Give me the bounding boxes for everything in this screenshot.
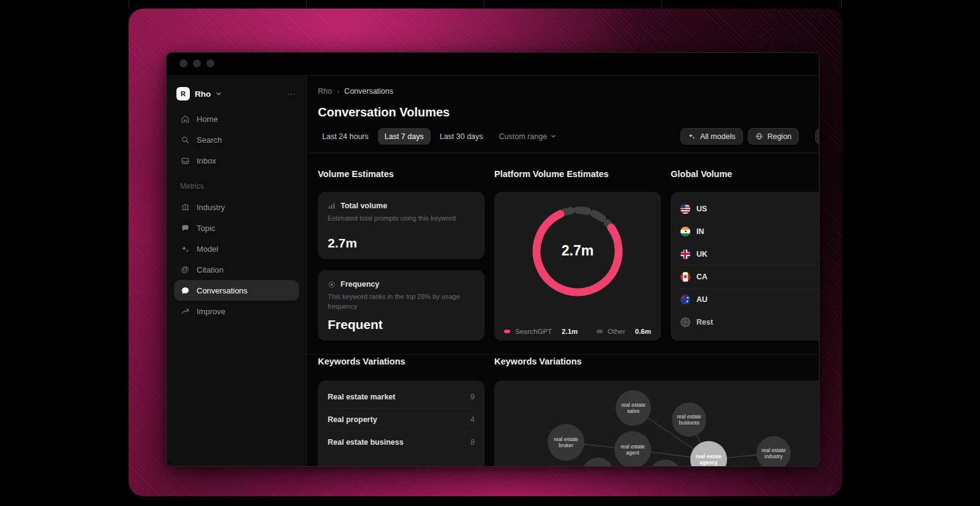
- keywords-graph-card: real estate sales real estate business r…: [494, 380, 819, 466]
- keyword-label: Real property: [328, 415, 377, 424]
- sidebar-menu-button[interactable]: ⋯: [287, 89, 296, 99]
- legend-item-searchgpt[interactable]: SearchGPT 2.1m: [504, 328, 578, 335]
- country-code: Rest: [696, 318, 713, 327]
- donut-legend: SearchGPT 2.1m Other 0.6m: [504, 328, 651, 335]
- keywords-variations-heading: Keywords Variations: [318, 357, 405, 366]
- sidebar-item-label: Inbox: [197, 156, 216, 165]
- global-row-us[interactable]: US: [671, 197, 819, 220]
- app-window: R Rho ⋯ Home Search: [166, 52, 820, 467]
- card-description: Estimated total prompts using this keywo…: [318, 210, 484, 224]
- global-volume-rows: US IN UK CA: [671, 192, 819, 333]
- australia-flag-icon: [680, 295, 690, 304]
- platform-volume-card: 2.7m SearchGPT 2.1m Other 0.6m: [494, 192, 661, 341]
- sidebar-item-inbox[interactable]: Inbox: [174, 150, 299, 171]
- platform-volume-heading: Platform Volume Estimates: [494, 169, 609, 179]
- sidebar-item-home[interactable]: Home: [174, 108, 299, 129]
- trend-up-icon: [180, 306, 190, 316]
- keyword-node[interactable]: real estate business: [672, 402, 706, 437]
- button-label: All models: [700, 132, 736, 141]
- globe-icon: [755, 132, 763, 140]
- top-strip-divider: [306, 0, 307, 8]
- global-row-in[interactable]: IN: [671, 220, 819, 243]
- card-label: Frequency: [341, 280, 379, 289]
- industry-icon: [180, 202, 190, 212]
- other-arc: [562, 210, 611, 227]
- global-row-rest[interactable]: Rest: [671, 311, 819, 333]
- card-label: Total volume: [341, 202, 387, 210]
- sidebar-item-label: Home: [197, 115, 218, 124]
- section-divider: [307, 153, 819, 153]
- keyword-node-label: real estate industry: [760, 447, 788, 459]
- country-code: AU: [696, 295, 707, 304]
- window-titlebar: [167, 53, 819, 76]
- country-code: UK: [696, 250, 707, 259]
- home-icon: [180, 114, 190, 124]
- time-range-tabs: Last 24 hours Last 7 days Last 30 days C…: [315, 128, 563, 145]
- button-label: Region: [767, 132, 792, 141]
- all-models-button[interactable]: All models: [680, 128, 743, 145]
- page-title: Conversation Volumes: [318, 105, 450, 119]
- tab-last-7-days[interactable]: Last 7 days: [378, 128, 431, 145]
- global-row-ca[interactable]: CA: [671, 265, 819, 288]
- platform-donut-chart: [494, 192, 661, 341]
- keyword-label: Real estate market: [328, 393, 395, 401]
- sidebar-item-improve[interactable]: Improve: [174, 301, 299, 322]
- sidebar-metrics-nav: Industry Topic Model @ Citation: [174, 197, 299, 322]
- keywords-rows: Real estate market 9 Real property 4 Rea…: [318, 380, 484, 466]
- topic-icon: [180, 223, 190, 233]
- chat-bubble-icon: [180, 285, 190, 295]
- desktop-background: R Rho ⋯ Home Search: [0, 0, 980, 506]
- keyword-node[interactable]: real estate industry: [756, 436, 791, 466]
- breadcrumb-current: Conversations: [344, 87, 393, 96]
- sidebar-item-model[interactable]: Model: [174, 238, 299, 259]
- window-control-minimize[interactable]: [193, 59, 201, 67]
- keyword-node[interactable]: real estate agent: [614, 431, 651, 466]
- keyword-row-partial[interactable]: [318, 453, 484, 466]
- inbox-icon: [180, 156, 190, 165]
- legend-item-other[interactable]: Other 0.6m: [597, 328, 651, 335]
- breadcrumb-root[interactable]: Rho: [318, 87, 332, 96]
- legend-value: 0.6m: [635, 328, 651, 335]
- region-button[interactable]: Region: [748, 128, 799, 145]
- top-strip-divider: [129, 0, 129, 8]
- tab-label: Last 24 hours: [322, 132, 369, 141]
- window-control-maximize[interactable]: [206, 59, 214, 67]
- sidebar-section-label: Metrics: [174, 182, 299, 191]
- keywords-variations-graph-heading: Keywords Variations: [494, 357, 582, 366]
- top-strip-divider: [484, 0, 484, 8]
- canada-flag-icon: [680, 272, 690, 282]
- keyword-row[interactable]: Real estate business 8: [318, 431, 484, 453]
- sidebar-item-topic[interactable]: Topic: [174, 217, 299, 238]
- sidebar-item-label: Improve: [197, 307, 225, 316]
- keyword-node-label: real estate business: [675, 413, 703, 426]
- sidebar-item-citation[interactable]: @ Citation: [174, 259, 299, 280]
- frequency-card: Frequency This keyword ranks in the top …: [318, 270, 484, 341]
- header-actions: All models Region: [680, 128, 799, 145]
- keyword-row[interactable]: Real property 4: [318, 408, 484, 431]
- tab-last-30-days[interactable]: Last 30 days: [433, 128, 490, 145]
- tab-custom-range[interactable]: Custom range: [492, 128, 564, 145]
- window-control-close[interactable]: [179, 59, 187, 67]
- global-row-au[interactable]: AU: [671, 288, 819, 311]
- legend-value: 2.1m: [562, 328, 578, 335]
- global-row-uk[interactable]: UK: [671, 243, 819, 265]
- us-flag-icon: [680, 204, 690, 214]
- sidebar-item-search[interactable]: Search: [174, 129, 299, 150]
- sidebar-item-label: Industry: [197, 203, 225, 212]
- clipped-action-button[interactable]: [815, 128, 819, 145]
- keyword-node[interactable]: real estate broker: [548, 424, 584, 461]
- india-flag-icon: [680, 227, 690, 236]
- chevron-down-icon: [551, 134, 556, 139]
- frequency-value: Frequent: [328, 317, 383, 332]
- keyword-row[interactable]: Real estate market 9: [318, 385, 484, 408]
- workspace-switcher[interactable]: R Rho ⋯: [174, 83, 299, 105]
- sidebar-item-conversations[interactable]: Conversations: [174, 280, 299, 301]
- tab-last-24-hours[interactable]: Last 24 hours: [315, 128, 375, 145]
- sidebar-item-label: Model: [197, 244, 218, 254]
- donut-center-value: 2.7m: [494, 243, 661, 259]
- uk-flag-icon: [680, 249, 690, 259]
- sidebar-item-industry[interactable]: Industry: [174, 197, 299, 217]
- country-code: IN: [696, 227, 704, 236]
- legend-name: Other: [608, 328, 625, 335]
- keyword-node[interactable]: real estate sales: [616, 390, 651, 426]
